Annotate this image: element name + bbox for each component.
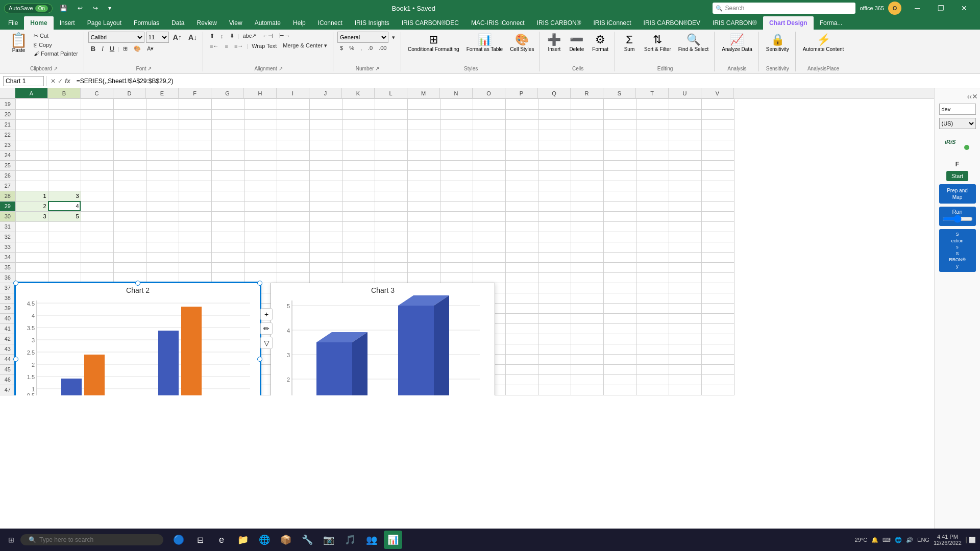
cell-24-13[interactable] [440,150,473,160]
cell-36-4[interactable] [146,272,179,283]
row-num-36[interactable]: 36 [0,272,15,283]
cell-22-12[interactable] [407,130,440,140]
cell-19-21[interactable] [701,99,734,109]
cell-39-21[interactable] [701,303,734,313]
cell-21-18[interactable] [603,119,636,130]
cell-38-17[interactable] [571,293,603,303]
cell-45-17[interactable] [571,364,603,374]
col-header-q[interactable]: Q [538,88,571,98]
cell-23-2[interactable] [81,140,113,150]
cell-42-15[interactable] [505,334,538,344]
cell-27-20[interactable] [669,181,701,191]
cell-20-14[interactable] [473,109,505,119]
cell-31-11[interactable] [375,221,407,232]
cell-28-9[interactable] [309,191,342,201]
cell-34-18[interactable] [603,252,636,262]
cell-25-17[interactable] [571,160,603,170]
col-header-h[interactable]: H [244,88,277,98]
col-header-g[interactable]: G [211,88,244,98]
cell-36-6[interactable] [211,272,244,283]
cell-27-14[interactable] [473,181,505,191]
cell-36-17[interactable] [571,272,603,283]
cell-22-15[interactable] [505,130,538,140]
decrease-decimal-button[interactable]: .0 [365,44,375,52]
cell-30-17[interactable] [571,211,603,221]
cell-32-5[interactable] [179,232,211,242]
cell-33-11[interactable] [375,242,407,252]
tab-help[interactable]: Help [287,16,312,30]
cell-34-15[interactable] [505,252,538,262]
col-header-r[interactable]: R [571,88,603,98]
cell-34-4[interactable] [146,252,179,262]
cell-36-0[interactable] [15,272,48,283]
cell-43-15[interactable] [505,344,538,354]
cell-32-13[interactable] [440,232,473,242]
cell-38-19[interactable] [636,293,669,303]
cell-26-13[interactable] [440,170,473,181]
cell-33-19[interactable] [636,242,669,252]
panel-collapse-button[interactable]: ‹‹ [967,92,972,101]
cell-29-3[interactable] [113,201,146,211]
cell-40-19[interactable] [636,313,669,323]
cell-29-11[interactable] [375,201,407,211]
cell-35-6[interactable] [211,262,244,272]
col-header-p[interactable]: P [505,88,538,98]
cell-33-20[interactable] [669,242,701,252]
cell-22-2[interactable] [81,130,113,140]
cell-31-21[interactable] [701,221,734,232]
wrap-text-button[interactable]: Wrap Text [249,42,279,50]
cell-25-10[interactable] [342,160,375,170]
cell-21-0[interactable] [15,119,48,130]
col-header-i[interactable]: I [277,88,309,98]
analyze-data-button[interactable]: 📈 Analyze Data [719,32,755,54]
cell-20-13[interactable] [440,109,473,119]
decrease-font-button[interactable]: A↓ [186,32,200,42]
cell-19-5[interactable] [179,99,211,109]
cell-34-3[interactable] [113,252,146,262]
cell-28-14[interactable] [473,191,505,201]
cell-33-2[interactable] [81,242,113,252]
cell-44-16[interactable] [538,354,571,364]
cell-32-19[interactable] [636,232,669,242]
cell-19-3[interactable] [113,99,146,109]
cell-22-7[interactable] [244,130,277,140]
cell-27-18[interactable] [603,181,636,191]
cell-19-17[interactable] [571,99,603,109]
cell-24-12[interactable] [407,150,440,160]
cell-39-18[interactable] [603,303,636,313]
cell-23-7[interactable] [244,140,277,150]
cell-20-19[interactable] [636,109,669,119]
tab-home[interactable]: Home [24,16,53,30]
cell-30-13[interactable] [440,211,473,221]
chart-add-element-button[interactable]: + [260,308,273,320]
cell-32-0[interactable] [15,232,48,242]
tab-page-layout[interactable]: Page Layout [81,16,128,30]
cell-35-9[interactable] [309,262,342,272]
cell-27-1[interactable] [48,181,81,191]
italic-button[interactable]: I [99,44,106,54]
cell-33-18[interactable] [603,242,636,252]
col-header-b[interactable]: B [48,88,81,98]
tab-formulas[interactable]: Formulas [128,16,165,30]
cell-40-15[interactable] [505,313,538,323]
cell-19-1[interactable] [48,99,81,109]
tab-iris-carbon-dev[interactable]: IRIS CARBON®DEV [638,16,707,30]
cell-32-15[interactable] [505,232,538,242]
confirm-formula-icon[interactable]: ✓ [58,78,63,85]
cell-28-4[interactable] [146,191,179,201]
align-bottom-button[interactable]: ⬇ [227,32,237,40]
cell-23-3[interactable] [113,140,146,150]
autosave-badge[interactable]: AutoSave On [4,4,53,13]
cell-37-16[interactable] [538,283,571,293]
cell-34-0[interactable] [15,252,48,262]
cell-46-19[interactable] [636,374,669,385]
cell-22-3[interactable] [113,130,146,140]
cell-29-19[interactable] [636,201,669,211]
cell-43-17[interactable] [571,344,603,354]
cell-29-5[interactable] [179,201,211,211]
cell-25-18[interactable] [603,160,636,170]
cell-31-16[interactable] [538,221,571,232]
cell-20-4[interactable] [146,109,179,119]
cell-29-12[interactable] [407,201,440,211]
redo-button[interactable]: ↪ [90,4,101,13]
